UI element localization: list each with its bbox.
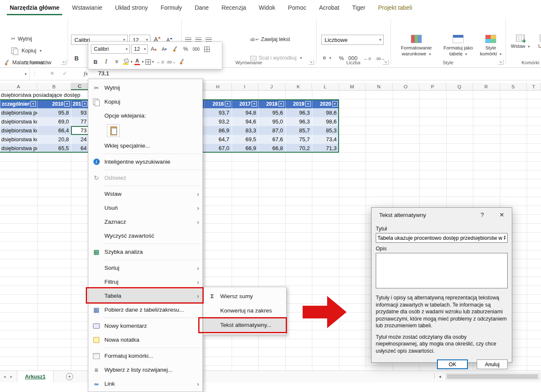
table-cell-J[interactable]: 66,8 xyxy=(258,144,285,153)
italic-button[interactable]: I xyxy=(101,57,111,66)
copy-button[interactable]: Kopiuj ▾ xyxy=(10,47,41,55)
submenu-item-wiersz-sumy[interactable]: ΣWiersz sumy xyxy=(203,289,286,303)
center-align-button[interactable]: ≡ xyxy=(112,57,121,66)
context-menu-item-filtruj[interactable]: Filtruj› xyxy=(88,275,202,289)
ribbon-tab-projekt-tabeli[interactable]: Projekt tabeli xyxy=(372,0,418,15)
add-sheet-button[interactable]: + xyxy=(66,373,73,380)
context-menu-item-wybierz-z-listy-rozwijanej[interactable]: ≡Wybierz z listy rozwijanej... xyxy=(88,363,202,377)
ribbon-tab-pomoc[interactable]: Pomoc xyxy=(281,0,313,15)
filter-button[interactable]: ▾ xyxy=(305,101,311,107)
table-cell-J[interactable]: 67,6 xyxy=(258,135,285,144)
table-cell-C[interactable]: 77 xyxy=(71,117,89,126)
wrap-text-button[interactable]: ab↵ Zawijaj tekst xyxy=(250,36,290,42)
column-header-J[interactable]: J xyxy=(258,83,285,90)
filter-button[interactable]: ▾ xyxy=(225,101,230,107)
ribbon-tab-układ-strony[interactable]: Układ strony xyxy=(109,0,154,15)
bold-button[interactable]: B xyxy=(91,57,100,66)
table-cell-L[interactable]: 73,4 xyxy=(312,135,339,144)
column-header-B[interactable]: B xyxy=(37,83,71,90)
sheet-tab-arkusz1[interactable]: Arkusz1 xyxy=(17,371,54,382)
context-menu-item-szybka-analiza[interactable]: ▦Szybka analiza xyxy=(88,245,202,259)
formula-value[interactable]: 73,1 xyxy=(98,70,109,77)
ribbon-tab-recenzja[interactable]: Recenzja xyxy=(215,0,252,15)
title-input[interactable] xyxy=(376,233,508,243)
context-menu-item-kopiuj[interactable]: Kopiuj xyxy=(88,95,202,109)
mini-font-size-combo[interactable]: 12 ▾ xyxy=(131,44,148,54)
filter-button[interactable]: ▾ xyxy=(332,101,338,107)
context-menu-item-usuń[interactable]: Usuń› xyxy=(88,201,202,215)
column-header-O[interactable]: O xyxy=(393,83,420,90)
filter-button[interactable]: ▾ xyxy=(64,101,70,107)
table-header-cell-K[interactable]: 2019▾ xyxy=(285,99,312,108)
table-header-cell-A[interactable]: zczególnieni▾ xyxy=(0,99,37,108)
borders-button[interactable]: ▾ xyxy=(145,57,154,66)
column-header-M[interactable]: M xyxy=(339,83,366,90)
table-cell-A[interactable]: dsiębiorstwa ko xyxy=(0,126,37,135)
ok-button[interactable]: OK xyxy=(437,359,468,369)
column-header-R[interactable]: R xyxy=(473,83,500,90)
context-menu-item-nowa-notatka[interactable]: Nowa notatka xyxy=(88,333,202,347)
ribbon-tab-tiger[interactable]: Tiger xyxy=(346,0,372,15)
filter-button[interactable]: ▾ xyxy=(279,101,284,107)
paste-option-button[interactable] xyxy=(107,124,120,137)
table-cell-K[interactable]: 96,3 xyxy=(285,117,312,126)
context-menu-item-wstaw[interactable]: Wstaw› xyxy=(88,187,202,201)
ribbon-tab-acrobat[interactable]: Acrobat xyxy=(313,0,346,15)
filter-button[interactable]: ▾ xyxy=(30,101,36,107)
font-color-button[interactable]: A▾ xyxy=(134,57,144,66)
table-header-cell-L[interactable]: 2020▾ xyxy=(312,99,339,108)
bold-button[interactable]: B xyxy=(74,55,79,62)
table-cell-B[interactable]: 20,8 xyxy=(37,135,71,144)
column-header-T[interactable]: T xyxy=(527,83,541,90)
table-header-cell-H[interactable]: 2016▾ xyxy=(205,99,232,108)
clipboard-dialog-launcher-icon[interactable]: ↘ xyxy=(61,60,66,65)
context-menu-item-wyczyść-zawartość[interactable]: Wyczyść zawartość xyxy=(88,229,202,243)
styles-dialog-launcher-icon[interactable]: ↘ xyxy=(498,60,503,65)
context-menu-item-nowy-komentarz[interactable]: Nowy komentarz xyxy=(88,319,202,333)
ribbon-tab-formuły[interactable]: Formuły xyxy=(154,0,189,15)
sheet-nav-left-icon[interactable]: ◂ xyxy=(3,374,6,379)
filter-button[interactable]: ▾ xyxy=(82,101,87,107)
increase-font-button[interactable]: A xyxy=(149,44,158,54)
context-menu-item-odśwież[interactable]: ↻Odśwież xyxy=(88,171,202,185)
number-format-combo[interactable]: Liczbowe ▾ xyxy=(321,35,384,45)
table-cell-L[interactable]: 98,6 xyxy=(312,117,339,126)
table-cell-H[interactable]: 67,0 xyxy=(205,144,232,153)
table-cell-I[interactable]: 94,8 xyxy=(232,108,259,117)
mini-font-name-combo[interactable]: Calibri ▾ xyxy=(91,44,130,54)
table-cell-H[interactable]: 93,7 xyxy=(205,108,232,117)
table-cell-B[interactable]: 95,8 xyxy=(37,108,71,117)
scrollbar-splitter-icon[interactable]: ⋮ xyxy=(432,373,437,379)
format-painter-button[interactable] xyxy=(170,44,180,54)
table-cell-C[interactable]: 93 xyxy=(71,108,89,117)
table-cell-B[interactable]: 69,0 xyxy=(37,117,71,126)
table-cell-I[interactable]: 94,6 xyxy=(232,117,259,126)
table-cell-H[interactable]: 93,2 xyxy=(205,117,232,126)
context-menu-item-wklej-specjalnie[interactable]: Wklej specjalnie... xyxy=(88,139,202,153)
cancel-entry-icon[interactable]: ✕ xyxy=(50,70,55,77)
ribbon-tab-dane[interactable]: Dane xyxy=(188,0,215,15)
table-cell-B[interactable]: 66,4 xyxy=(37,126,71,135)
table-cell-A[interactable]: dsiębiorstwa po xyxy=(0,144,37,153)
context-menu-item-wytnij[interactable]: ✂Wytnij xyxy=(88,81,202,95)
merge-cells-button[interactable] xyxy=(202,44,211,54)
table-header-cell-J[interactable]: 2018▾ xyxy=(258,99,285,108)
scroll-left-icon[interactable]: ◂ xyxy=(439,374,441,379)
table-cell-K[interactable]: 75,7 xyxy=(285,135,312,144)
table-cell-K[interactable]: 96,3 xyxy=(285,108,312,117)
horizontal-scrollbar[interactable] xyxy=(445,373,540,380)
column-header-N[interactable]: N xyxy=(366,83,393,90)
alignment-dialog-launcher-icon[interactable]: ↘ xyxy=(309,60,314,65)
table-header-cell-C[interactable]: 2011▾ xyxy=(71,99,89,108)
context-menu-item-zaznacz[interactable]: Zaznacz› xyxy=(88,215,202,229)
table-cell-I[interactable]: 83,3 xyxy=(232,126,259,135)
table-cell-C[interactable]: 64 xyxy=(71,144,89,153)
column-header-A[interactable]: A xyxy=(0,83,37,90)
number-dialog-launcher-icon[interactable]: ↘ xyxy=(383,60,388,65)
table-cell-L[interactable]: 85,3 xyxy=(312,126,339,135)
context-menu-item-sortuj[interactable]: Sortuj› xyxy=(88,261,202,275)
table-cell-L[interactable]: 98,6 xyxy=(312,108,339,117)
table-cell-A[interactable]: dsiębiorstwa ko xyxy=(0,117,37,126)
table-cell-J[interactable]: 95,0 xyxy=(258,117,285,126)
table-cell-K[interactable]: 85,7 xyxy=(285,126,312,135)
